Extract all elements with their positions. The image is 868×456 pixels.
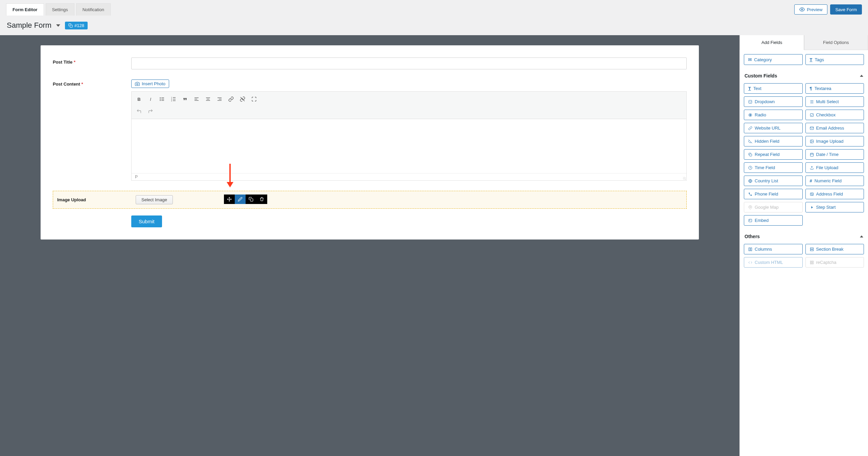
svg-rect-17 <box>195 100 199 100</box>
field-text[interactable]: TText <box>744 83 803 94</box>
field-image-upload[interactable]: Image Upload <box>805 136 864 146</box>
field-custom-html[interactable]: Custom HTML <box>744 257 803 268</box>
field-recaptcha: reCaptcha <box>805 257 864 268</box>
svg-rect-6 <box>161 99 164 99</box>
svg-rect-19 <box>207 99 209 99</box>
field-time[interactable]: Time Field <box>744 162 803 173</box>
others-section-toggle[interactable]: Others <box>744 231 864 244</box>
svg-rect-47 <box>810 193 813 196</box>
svg-point-52 <box>750 220 750 221</box>
tab-settings[interactable]: Settings <box>46 3 74 16</box>
fullscreen-button[interactable] <box>249 94 259 105</box>
field-textarea[interactable]: ¶Textarea <box>805 83 864 94</box>
svg-rect-59 <box>812 263 814 264</box>
svg-rect-21 <box>218 97 222 98</box>
svg-point-37 <box>811 140 812 141</box>
field-google-map: Google Map <box>744 202 803 212</box>
svg-point-0 <box>801 9 803 10</box>
edit-tool[interactable] <box>235 195 246 204</box>
field-address[interactable]: Address Field <box>805 189 864 199</box>
form-id-text: #128 <box>74 23 84 28</box>
select-image-button[interactable]: Select Image <box>136 195 173 204</box>
field-toolbar <box>224 195 267 204</box>
chevron-up-icon <box>860 75 863 77</box>
post-title-field: Post Title * <box>53 58 687 69</box>
numbered-list-button[interactable]: 123 <box>168 94 179 105</box>
svg-rect-28 <box>749 100 752 103</box>
field-step-start[interactable]: Step Start <box>805 202 864 212</box>
svg-rect-15 <box>195 97 199 98</box>
chevron-down-icon[interactable] <box>56 24 60 27</box>
form-id-badge[interactable]: #128 <box>65 22 88 29</box>
add-fields-tab[interactable]: Add Fields <box>740 35 804 50</box>
svg-point-2 <box>137 83 138 85</box>
field-phone[interactable]: Phone Field <box>744 189 803 199</box>
preview-button[interactable]: Preview <box>794 4 827 15</box>
svg-rect-51 <box>749 219 752 222</box>
svg-rect-39 <box>810 153 813 156</box>
svg-point-33 <box>750 114 751 116</box>
bold-button[interactable]: B <box>134 94 144 105</box>
link-button[interactable] <box>226 94 236 105</box>
field-repeat[interactable]: Repeat Field <box>744 149 803 160</box>
camera-icon <box>135 82 140 86</box>
field-hidden[interactable]: Hidden Field <box>744 136 803 146</box>
field-checkbox[interactable]: Checkbox <box>805 110 864 120</box>
svg-rect-14 <box>173 100 176 101</box>
field-columns[interactable]: Columns <box>744 244 803 254</box>
required-marker: * <box>74 60 75 65</box>
field-category[interactable]: HCategory <box>744 54 803 65</box>
post-title-label: Post Title <box>53 60 72 65</box>
bullet-list-button[interactable] <box>157 94 167 105</box>
copy-icon <box>68 23 73 28</box>
field-section-break[interactable]: Section Break <box>805 244 864 254</box>
field-tags[interactable]: TTags <box>805 54 864 65</box>
svg-rect-1 <box>70 25 72 27</box>
duplicate-tool[interactable] <box>246 195 256 204</box>
field-options-tab[interactable]: Field Options <box>804 35 868 50</box>
blockquote-button[interactable] <box>180 94 190 105</box>
field-datetime[interactable]: Date / Time <box>805 149 864 160</box>
redo-button[interactable] <box>145 106 156 117</box>
field-numeric[interactable]: #Numeric Field <box>805 176 864 186</box>
svg-rect-29 <box>810 100 813 101</box>
post-title-input[interactable] <box>131 58 687 69</box>
image-upload-field[interactable]: Image Upload Select Image <box>53 191 687 209</box>
italic-button[interactable]: I <box>145 94 156 105</box>
field-multiselect[interactable]: Multi Select <box>805 96 864 107</box>
preview-label: Preview <box>807 7 822 12</box>
align-center-button[interactable] <box>203 94 213 105</box>
field-radio[interactable]: Radio <box>744 110 803 120</box>
field-dropdown[interactable]: Dropdown <box>744 96 803 107</box>
editor-path: P <box>132 173 686 180</box>
svg-rect-8 <box>161 100 164 100</box>
delete-tool[interactable] <box>256 195 267 204</box>
field-url[interactable]: Website URL <box>744 123 803 133</box>
svg-rect-18 <box>206 97 210 98</box>
insert-photo-button[interactable]: Insert Photo <box>131 79 169 88</box>
svg-rect-27 <box>250 199 253 201</box>
tab-notification[interactable]: Notification <box>76 3 111 16</box>
field-country[interactable]: Country List <box>744 176 803 186</box>
svg-rect-16 <box>195 99 197 99</box>
rich-text-editor: B I 123 <box>131 91 687 181</box>
required-marker: * <box>82 82 83 87</box>
save-form-button[interactable]: Save Form <box>830 4 862 15</box>
svg-point-49 <box>750 206 751 207</box>
form-canvas: Post Title * Post Content * Insert Photo… <box>0 35 739 456</box>
svg-rect-12 <box>173 99 176 99</box>
custom-fields-section-toggle[interactable]: Custom Fields <box>744 70 864 83</box>
field-embed[interactable]: Embed <box>744 215 803 226</box>
svg-point-3 <box>160 97 161 98</box>
unlink-button[interactable] <box>237 94 248 105</box>
align-left-button[interactable] <box>191 94 202 105</box>
move-tool[interactable] <box>224 195 235 204</box>
undo-button[interactable] <box>134 106 144 117</box>
editor-textarea[interactable] <box>132 119 686 173</box>
svg-point-7 <box>160 100 161 101</box>
tab-form-editor[interactable]: Form Editor <box>6 3 44 16</box>
align-right-button[interactable] <box>214 94 225 105</box>
submit-button[interactable]: Submit <box>131 215 162 227</box>
field-email[interactable]: Email Address <box>805 123 864 133</box>
field-file[interactable]: File Upload <box>805 162 864 173</box>
